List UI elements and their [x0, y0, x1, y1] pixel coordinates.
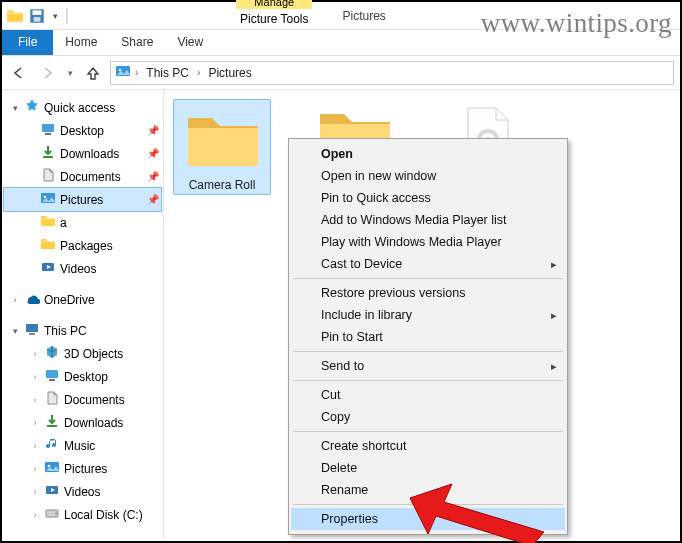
tree-label: Pictures — [64, 462, 159, 476]
sidebar-item-3d-objects[interactable]: ›3D Objects — [4, 342, 161, 365]
recent-dropdown[interactable]: ▾ — [64, 62, 76, 84]
chevron-right-icon[interactable]: › — [135, 67, 138, 78]
tree-label: Pictures — [60, 193, 143, 207]
menu-item-label: Cast to Device — [321, 257, 402, 271]
menu-item-include-in-library[interactable]: Include in library▸ — [291, 304, 565, 326]
expand-icon[interactable]: › — [30, 510, 40, 520]
sidebar-item-packages[interactable]: Packages — [4, 234, 161, 257]
menu-item-add-to-windows-media-player-list[interactable]: Add to Windows Media Player list — [291, 209, 565, 231]
tree-onedrive[interactable]: › OneDrive — [4, 288, 161, 311]
breadcrumb[interactable]: This PC — [142, 64, 193, 82]
folder-icon — [180, 104, 264, 172]
tree-quick-access[interactable]: ▾ Quick access — [4, 96, 161, 119]
expand-icon[interactable]: › — [30, 487, 40, 497]
menu-item-pin-to-quick-access[interactable]: Pin to Quick access — [291, 187, 565, 209]
sidebar-item-a[interactable]: a — [4, 211, 161, 234]
menu-item-open[interactable]: Open — [291, 143, 565, 165]
item-name: Camera Roll — [174, 178, 270, 192]
tree-label: Documents — [64, 393, 159, 407]
menu-item-send-to[interactable]: Send to▸ — [291, 355, 565, 377]
tree-label: Downloads — [64, 416, 159, 430]
folder-icon — [6, 7, 24, 25]
menu-item-play-with-windows-media-player[interactable]: Play with Windows Media Player — [291, 231, 565, 253]
menu-item-cast-to-device[interactable]: Cast to Device▸ — [291, 253, 565, 275]
breadcrumb[interactable]: Pictures — [204, 64, 255, 82]
tab-home[interactable]: Home — [53, 30, 109, 55]
menu-item-rename[interactable]: Rename — [291, 479, 565, 501]
tab-view[interactable]: View — [165, 30, 215, 55]
forward-button[interactable] — [36, 62, 58, 84]
pictures-icon — [44, 459, 60, 478]
sidebar-item-documents[interactable]: ›Documents — [4, 388, 161, 411]
expand-icon[interactable]: › — [30, 418, 40, 428]
sidebar-item-pictures[interactable]: Pictures📌 — [4, 188, 161, 211]
chevron-right-icon: ▸ — [551, 309, 557, 322]
save-icon[interactable] — [28, 7, 46, 25]
sidebar-item-videos[interactable]: Videos — [4, 257, 161, 280]
up-button[interactable] — [82, 62, 104, 84]
svg-rect-12 — [29, 333, 35, 335]
address-bar[interactable]: › This PC › Pictures — [110, 61, 674, 85]
star-icon — [24, 98, 40, 117]
menu-item-pin-to-start[interactable]: Pin to Start — [291, 326, 565, 348]
expand-icon[interactable]: › — [30, 395, 40, 405]
tab-share[interactable]: Share — [109, 30, 165, 55]
sidebar-item-downloads[interactable]: Downloads📌 — [4, 142, 161, 165]
menu-item-restore-previous-versions[interactable]: Restore previous versions — [291, 282, 565, 304]
collapse-icon[interactable]: ▾ — [10, 103, 20, 113]
sidebar-item-downloads[interactable]: ›Downloads — [4, 411, 161, 434]
expand-icon[interactable]: › — [30, 441, 40, 451]
sidebar-item-music[interactable]: ›Music — [4, 434, 161, 457]
menu-item-create-shortcut[interactable]: Create shortcut — [291, 435, 565, 457]
menu-item-delete[interactable]: Delete — [291, 457, 565, 479]
desktop-icon — [40, 121, 56, 140]
chevron-right-icon[interactable]: › — [197, 67, 200, 78]
expand-icon[interactable]: › — [30, 372, 40, 382]
sidebar-item-pictures[interactable]: ›Pictures — [4, 457, 161, 480]
tree-label: Local Disk (C:) — [64, 508, 159, 522]
videos-icon — [40, 259, 56, 278]
menu-item-label: Send to — [321, 359, 364, 373]
pictures-icon — [40, 190, 56, 209]
menu-item-label: Create shortcut — [321, 439, 406, 453]
menu-item-label: Add to Windows Media Player list — [321, 213, 507, 227]
sidebar-item-videos[interactable]: ›Videos — [4, 480, 161, 503]
quick-access-toolbar: ▾ — [2, 2, 74, 29]
menu-item-copy[interactable]: Copy — [291, 406, 565, 428]
qat-dropdown-icon[interactable]: ▾ — [50, 7, 60, 25]
sidebar-item-desktop[interactable]: Desktop📌 — [4, 119, 161, 142]
folder-icon — [40, 213, 56, 232]
svg-point-17 — [48, 465, 51, 468]
sidebar-item-documents[interactable]: Documents📌 — [4, 165, 161, 188]
tab-file[interactable]: File — [2, 30, 53, 55]
tree-label: Music — [64, 439, 159, 453]
menu-item-open-in-new-window[interactable]: Open in new window — [291, 165, 565, 187]
expand-icon[interactable]: › — [30, 349, 40, 359]
tab-picture-tools[interactable]: Picture Tools — [230, 9, 318, 29]
3d-icon — [44, 344, 60, 363]
tree-this-pc[interactable]: ▾ This PC — [4, 319, 161, 342]
expand-icon[interactable]: › — [10, 295, 20, 305]
menu-item-label: Open in new window — [321, 169, 436, 183]
pin-icon: 📌 — [147, 148, 159, 159]
ribbon-tabs: File Home Share View — [2, 30, 680, 56]
documents-icon — [40, 167, 56, 186]
menu-item-properties[interactable]: Properties — [291, 508, 565, 530]
expand-icon[interactable]: › — [30, 464, 40, 474]
svg-rect-6 — [45, 133, 51, 135]
downloads-icon — [40, 144, 56, 163]
svg-rect-11 — [26, 324, 38, 332]
sidebar-item-local-disk-c-[interactable]: ›Local Disk (C:) — [4, 503, 161, 526]
tree-label: Downloads — [60, 147, 143, 161]
separator — [66, 8, 68, 24]
contextual-group-label: Manage — [236, 0, 312, 9]
menu-item-label: Rename — [321, 483, 368, 497]
svg-rect-13 — [46, 370, 58, 378]
collapse-icon[interactable]: ▾ — [10, 326, 20, 336]
menu-item-cut[interactable]: Cut — [291, 384, 565, 406]
back-button[interactable] — [8, 62, 30, 84]
folder-item[interactable]: Camera Roll — [174, 100, 270, 194]
thispc-icon — [24, 321, 40, 340]
sidebar-item-desktop[interactable]: ›Desktop — [4, 365, 161, 388]
context-menu: OpenOpen in new windowPin to Quick acces… — [288, 138, 568, 535]
